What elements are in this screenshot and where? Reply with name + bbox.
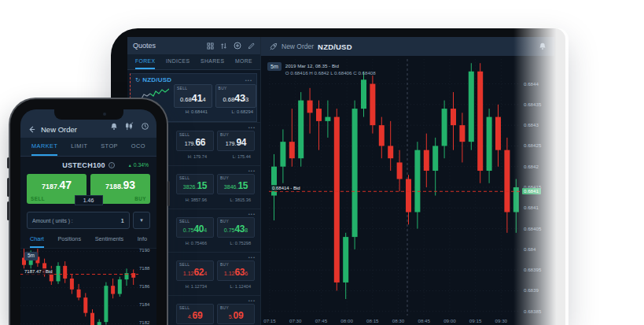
quote-price: 3846.15 <box>218 178 254 192</box>
amount-label: Amount ( units ) : <box>32 218 73 223</box>
info-icon[interactable]: i <box>109 162 115 168</box>
price-axis-label: 0.68405 <box>524 226 541 231</box>
scene: Quotes FOREXINDICESSHARESMORE ↻ NZD/USD … <box>0 0 644 325</box>
sell-quote-button[interactable]: SELL1.12624 <box>176 260 214 281</box>
tab-positions[interactable]: Positions <box>57 231 81 248</box>
chart-info-ohlc: O 0.68416 H 0.6842 L 0.68406 C 0.68408 <box>285 69 376 76</box>
time-axis-label: 09:30 <box>490 318 512 323</box>
more-menu-icon[interactable]: ••• <box>245 78 252 83</box>
buy-quote-button[interactable]: BUY5.09 <box>217 304 255 324</box>
instrument-row: USTECH100 i ▲0.34% <box>20 157 156 173</box>
buy-quote-button[interactable]: BUY179.94 <box>217 131 255 151</box>
phone-header-icons <box>110 120 149 134</box>
chart-info-overlay: 5m 2019 Mar 12, 08.35 - Bid O 0.68416 H … <box>267 62 376 77</box>
current-price-tag: 0.6841 <box>522 188 541 194</box>
quotes-header-icons <box>207 42 255 50</box>
buy-quote-button[interactable]: BUY0.75438 <box>217 217 255 238</box>
day-low: L: 0.75298 <box>207 241 251 246</box>
tab-oco[interactable]: OCO <box>131 138 145 156</box>
chart-symbol: NZD/USD <box>318 42 352 51</box>
phone-chart-area[interactable]: 5m 7187.47 - Bid 71907188718671847182 <box>20 248 156 325</box>
time-axis-label: 08:15 <box>362 318 384 323</box>
tab-indices[interactable]: INDICES <box>166 54 190 69</box>
price-axis-label: 0.68425 <box>524 142 541 148</box>
sell-quote-button[interactable]: SELL179.66 <box>176 131 214 151</box>
tab-market[interactable]: MARKET <box>31 138 57 156</box>
tab-more[interactable]: MORE <box>235 54 252 69</box>
symbol-label: NZD/USD <box>142 76 171 83</box>
quotes-header: Quotes <box>127 37 260 54</box>
tab-stop[interactable]: STOP <box>101 138 118 156</box>
detail-tabs: ChartPositionsSentimentsInfo <box>20 231 156 248</box>
more-menu-icon[interactable]: ••• <box>248 125 256 130</box>
add-icon[interactable] <box>234 42 241 50</box>
more-menu-icon[interactable]: ••• <box>248 168 256 173</box>
tab-sentiments[interactable]: Sentiments <box>95 231 124 248</box>
tab-chart[interactable]: Chart <box>30 231 44 248</box>
sell-quote-button[interactable]: SELL 0.68414 <box>174 84 212 108</box>
sell-quote-button[interactable]: SELL3826.15 <box>176 174 214 194</box>
bell-icon[interactable] <box>110 120 118 134</box>
day-low: L: 1.12404 <box>207 284 251 289</box>
sell-price: 0.68414 <box>175 90 212 105</box>
quote-price: 3826.15 <box>177 178 213 192</box>
time-axis-label: 08:30 <box>388 318 410 323</box>
rocket-icon <box>269 42 278 51</box>
history-icon[interactable] <box>141 120 149 134</box>
instrument-name[interactable]: USTECH100 <box>62 161 105 169</box>
tablet-chart-area[interactable]: 5m 2019 Mar 12, 08.35 - Bid O 0.68416 H … <box>261 56 554 325</box>
timeframe-badge[interactable]: 5m <box>24 252 38 260</box>
more-menu-icon[interactable]: ••• <box>248 212 256 216</box>
tab-shares[interactable]: SHARES <box>201 54 224 69</box>
quotes-title: Quotes <box>133 42 156 50</box>
price-axis-label: 0.6842 <box>524 164 539 169</box>
candlestick-chart[interactable] <box>269 59 521 316</box>
price-axis-label: 0.6841 <box>524 205 539 210</box>
time-axis-label: 09:15 <box>465 318 487 323</box>
bell-icon[interactable] <box>539 39 546 54</box>
price-axis-label: 0.6844 <box>524 81 539 87</box>
quote-price: 4.69 <box>177 308 213 322</box>
time-axis-label: 07:45 <box>310 318 332 323</box>
tab-info[interactable]: Info <box>138 231 147 248</box>
chart-icon[interactable] <box>125 120 134 134</box>
price-axis-label: 7182 <box>139 320 149 325</box>
price-axis-label: 0.6843 <box>524 122 539 127</box>
chart-panel: New Order NZD/USD 5m 2019 Mar 12, 08.35 … <box>261 37 554 325</box>
quote-price: 179.94 <box>218 135 254 149</box>
amount-field[interactable]: Amount ( units ) : 1 <box>27 212 130 229</box>
day-low: L: 3815.36 <box>207 198 251 202</box>
amount-row: Amount ( units ) : 1 ▾ <box>27 212 150 229</box>
change-value: 0.34% <box>134 162 149 168</box>
timeframe-badge[interactable]: 5m <box>267 62 282 71</box>
day-low: L: 0.68294 <box>208 109 253 114</box>
layout-grid-icon[interactable] <box>207 42 214 50</box>
tab-forex[interactable]: FOREX <box>135 54 155 69</box>
candlestick-chart[interactable] <box>20 249 138 325</box>
buy-quote-button[interactable]: BUY 0.68433 <box>215 84 256 108</box>
more-menu-icon[interactable]: ••• <box>248 255 256 260</box>
amount-dropdown[interactable]: ▾ <box>133 212 150 229</box>
edit-icon[interactable] <box>248 42 255 50</box>
buy-quote-button[interactable]: BUY1.12636 <box>217 260 255 281</box>
phone-title: New Order <box>41 125 77 134</box>
quote-price: 1.12624 <box>177 264 213 279</box>
time-axis-label: 08:00 <box>336 318 358 323</box>
buy-quote-button[interactable]: BUY3846.15 <box>217 174 255 194</box>
price-axis-label: 7190 <box>139 248 149 253</box>
change-badge: ▲0.34% <box>128 162 149 168</box>
time-axis-label: 09:00 <box>439 318 461 323</box>
phone-notch <box>54 109 123 120</box>
sort-icon[interactable] <box>220 42 227 50</box>
sell-quote-button[interactable]: SELL0.75404 <box>176 217 214 238</box>
price-axis-label: 0.68385 <box>524 308 541 314</box>
time-axis-label: 07:15 <box>259 318 281 323</box>
phone-volume-up-button <box>7 178 9 197</box>
phone-volume-down-button <box>7 201 9 220</box>
quote-price: 5.09 <box>218 308 254 322</box>
sell-quote-button[interactable]: SELL4.69 <box>176 304 214 324</box>
tablet-device: Quotes FOREXINDICESSHARESMORE ↻ NZD/USD … <box>111 28 565 325</box>
more-menu-icon[interactable]: ••• <box>248 298 256 303</box>
tab-limit[interactable]: LIMIT <box>71 138 87 156</box>
back-icon[interactable] <box>28 125 36 134</box>
